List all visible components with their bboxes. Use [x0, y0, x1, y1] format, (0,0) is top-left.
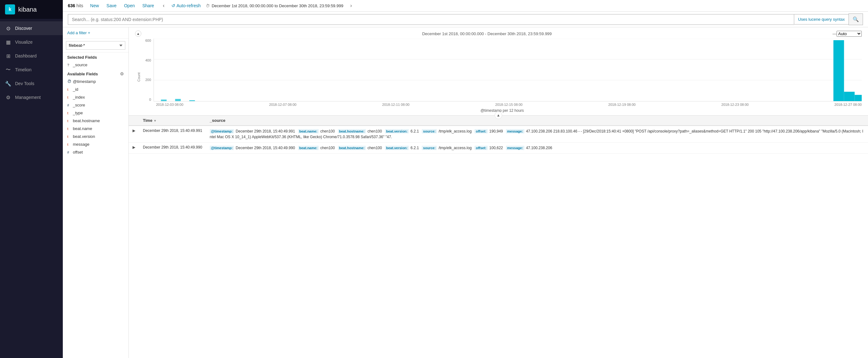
field-tag-beathostname: beat.hostname: — [338, 146, 366, 150]
sidebar-item-devtools[interactable]: 🔧 Dev Tools — [0, 77, 63, 90]
sidebar-logo: k kibana — [0, 0, 63, 19]
field-item-score[interactable]: # _score — [63, 101, 128, 109]
field-item-beat-name[interactable]: t beat.name — [63, 125, 128, 132]
main-content: 636 hits New Save Open Share ‹ ↺ Auto-re… — [63, 0, 868, 358]
nav-arrows: ‹ — [161, 2, 166, 9]
y-axis-label: Count — [137, 72, 141, 81]
search-bar: Uses lucene query syntax 🔍 — [63, 11, 868, 27]
chart-x-axis: 2018-12-03 08:00 2018-12-07 08:00 2018-1… — [143, 101, 862, 108]
timelion-icon: 〜 — [5, 66, 11, 73]
field-tag-beathostname: beat.hostname: — [338, 129, 366, 133]
chart-collapse-button[interactable]: ▲ — [135, 30, 141, 37]
field-item-message[interactable]: t message — [63, 140, 128, 148]
dashboard-icon: ⊞ — [5, 53, 11, 59]
topbar: 636 hits New Save Open Share ‹ ↺ Auto-re… — [63, 0, 868, 11]
add-filter-button[interactable]: Add a filter + — [63, 27, 128, 39]
source-cell: @timestamp: December 29th 2018, 15:40:49… — [206, 143, 868, 154]
sidebar-item-dashboard[interactable]: ⊞ Dashboard — [0, 49, 63, 63]
topbar-actions: New Save Open Share — [88, 2, 156, 9]
sidebar-item-label: Visualize — [15, 39, 33, 44]
nav-arrows-right: › — [348, 2, 353, 9]
sidebar-item-visualize[interactable]: ▦ Visualize — [0, 35, 63, 49]
date-range-display[interactable]: ⏱ December 1st 2018, 00:00:00.000 to Dec… — [206, 3, 343, 8]
field-type-number: # — [67, 103, 71, 107]
open-button[interactable]: Open — [122, 2, 136, 9]
field-type-number: # — [67, 150, 71, 154]
field-name: message — [73, 142, 90, 147]
sidebar-item-label: Dev Tools — [15, 81, 34, 86]
chart-interval-select[interactable]: Auto — [837, 31, 862, 37]
field-item-type[interactable]: t _type — [63, 109, 128, 117]
field-tag-offset: offset: — [474, 146, 488, 150]
field-name: _id — [73, 87, 78, 92]
field-name: beat.version — [73, 134, 95, 139]
field-tag-beatname: beat.name: — [298, 129, 319, 133]
selected-fields-title: Selected Fields — [63, 53, 128, 61]
field-name: offset — [73, 150, 83, 154]
chart-expand-button[interactable]: ▲ — [495, 112, 502, 119]
sidebar-item-discover[interactable]: ⊙ Discover — [0, 21, 63, 35]
content-area: Add a filter + filebeat-* Selected Field… — [63, 27, 868, 358]
sort-icon: ▼ — [154, 119, 157, 122]
expand-cell: ▶ — [129, 143, 139, 154]
field-tag-message: message: — [506, 146, 524, 150]
chart-y-axis: 600 400 200 0 — [143, 39, 154, 101]
hits-count: 636 hits — [68, 3, 83, 8]
expand-cell: ▶ — [129, 126, 139, 143]
table-row: ▶ December 29th 2018, 15:40:49.991 @time… — [129, 126, 868, 143]
field-type-question: ? — [67, 63, 71, 67]
field-tag-beatversion: beat.version: — [385, 146, 409, 150]
field-tag-source: source: — [422, 129, 437, 133]
save-button[interactable]: Save — [104, 2, 118, 9]
field-item-index[interactable]: t _index — [63, 93, 128, 101]
field-tag-timestamp: @timestamp: — [210, 129, 234, 133]
field-tag-source: source: — [422, 146, 437, 150]
auto-refresh-button[interactable]: ↺ Auto-refresh — [172, 3, 201, 8]
management-icon: ⚙ — [5, 94, 11, 100]
right-panel: ▲ December 1st 2018, 00:00:00.000 - Dece… — [129, 27, 868, 358]
table-row: ▶ December 29th 2018, 15:40:49.990 @time… — [129, 143, 868, 154]
field-name: beat.name — [73, 126, 92, 131]
field-type-text: t — [67, 111, 71, 115]
refresh-icon: ↺ — [172, 3, 175, 8]
field-item-id[interactable]: t _id — [63, 85, 128, 93]
time-cell: December 29th 2018, 15:40:49.990 — [139, 143, 206, 154]
expand-row-button[interactable]: ▶ — [132, 128, 135, 133]
field-item-source[interactable]: ? _source — [63, 61, 128, 69]
field-item-beat-hostname[interactable]: t beat.hostname — [63, 117, 128, 125]
clock-icon: ⏱ — [206, 3, 210, 8]
field-tag-offset: offset: — [474, 129, 488, 133]
sidebar-nav: ⊙ Discover ▦ Visualize ⊞ Dashboard 〜 Tim… — [0, 19, 63, 358]
search-button[interactable]: 🔍 — [848, 13, 863, 25]
search-hint: Uses lucene query syntax — [794, 14, 848, 25]
index-pattern-selector: filebeat-* — [63, 39, 128, 53]
results-table-body: ▶ December 29th 2018, 15:40:49.991 @time… — [129, 126, 868, 154]
field-type-text: t — [67, 95, 71, 99]
source-col-header: _source — [206, 116, 868, 126]
time-col-header[interactable]: Time ▼ — [139, 116, 206, 126]
app-name: kibana — [18, 6, 37, 13]
sidebar-item-management[interactable]: ⚙ Management — [0, 90, 63, 104]
gear-button[interactable]: ⚙ — [120, 71, 124, 76]
sidebar-item-timelion[interactable]: 〜 Timelion — [0, 63, 63, 77]
field-item-beat-version[interactable]: t beat.version — [63, 132, 128, 140]
field-item-offset[interactable]: # offset — [63, 148, 128, 156]
svg-rect-5 — [189, 100, 195, 101]
svg-rect-8 — [855, 95, 862, 101]
available-fields-title: Available Fields — [67, 71, 98, 76]
new-button[interactable]: New — [88, 2, 101, 9]
index-pattern-select[interactable]: filebeat-* — [66, 41, 125, 50]
prev-arrow-button[interactable]: ‹ — [161, 2, 166, 9]
svg-rect-6 — [833, 40, 844, 101]
svg-rect-3 — [161, 99, 167, 101]
search-input[interactable] — [68, 14, 794, 25]
share-button[interactable]: Share — [141, 2, 156, 9]
field-item-timestamp[interactable]: ⏱ @timestamp — [63, 78, 128, 85]
expand-row-button[interactable]: ▶ — [132, 145, 135, 149]
available-fields-header: Available Fields ⚙ — [63, 69, 128, 78]
available-fields-section: Available Fields ⚙ ⏱ @timestamp t _id t … — [63, 69, 128, 156]
field-name: beat.hostname — [73, 118, 100, 123]
next-arrow-button[interactable]: › — [348, 2, 353, 9]
field-type-text: t — [67, 119, 71, 123]
sidebar-item-label: Discover — [15, 26, 32, 31]
